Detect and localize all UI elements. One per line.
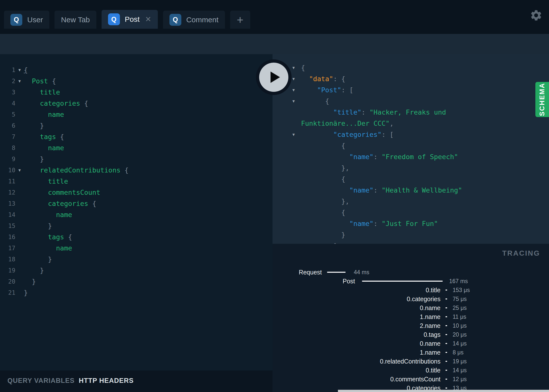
trace-row: Post167 ms	[277, 277, 545, 286]
line-number: 1	[0, 67, 15, 74]
editor-code: tags {	[24, 133, 64, 141]
response-code: {	[301, 209, 345, 216]
trace-duration-bar	[445, 343, 447, 344]
tab-bar: QUserNew TabQPost✕QComment+	[0, 0, 549, 34]
trace-row: 2.name10 μs	[277, 321, 545, 330]
tab-http-headers[interactable]: HTTP HEADERS	[79, 377, 134, 385]
trace-row: 0.commentsCount12 μs	[277, 375, 545, 384]
editor-line: 7 tags {	[0, 131, 129, 142]
trace-row: 0.title153 μs	[277, 286, 545, 294]
close-tab-icon[interactable]: ✕	[145, 16, 151, 23]
trace-label: 0.categories	[277, 295, 440, 303]
response-code: {	[301, 64, 305, 72]
query-editor[interactable]: 1▾{2▾ Post {3 title4 categories {5 name6…	[0, 54, 273, 370]
fold-arrow-icon[interactable]: ▾	[15, 167, 24, 173]
response-line: {	[273, 207, 462, 218]
settings-gear-icon[interactable]	[530, 9, 543, 22]
response-line: },	[273, 196, 462, 207]
line-number: 2	[0, 78, 15, 85]
response-code: "name": "Freedom of Speech"	[301, 153, 458, 161]
fold-arrow-icon[interactable]: ▾	[15, 78, 24, 84]
line-number: 18	[0, 256, 15, 263]
editor-line: 21}	[0, 287, 129, 298]
execute-query-button[interactable]	[256, 59, 292, 95]
editor-code: }	[24, 122, 44, 129]
response-code: },	[301, 197, 349, 205]
response-line: {	[273, 140, 462, 151]
tabs-container: QUserNew TabQPost✕QComment+	[4, 10, 250, 29]
response-line: ]	[273, 240, 462, 244]
fold-arrow-icon[interactable]: ▾	[273, 132, 301, 137]
editor-line: 13 categories {	[0, 198, 129, 209]
editor-code: name	[24, 244, 72, 252]
editor-code: name	[24, 111, 64, 118]
tab-user[interactable]: QUser	[4, 11, 49, 29]
response-line: "name": "Freedom of Speech"	[273, 151, 462, 162]
response-code: "Post": [	[301, 86, 353, 94]
trace-label: 1.name	[277, 349, 440, 356]
editor-line: 2▾ Post {	[0, 75, 129, 87]
editor-line: 1▾{	[0, 64, 129, 75]
editor-line: 9 }	[0, 153, 129, 165]
editor-code: name	[24, 144, 64, 152]
editor-code: relatedContributions {	[24, 166, 129, 174]
editor-code: }	[24, 289, 28, 296]
query-editor-lines: 1▾{2▾ Post {3 title4 categories {5 name6…	[0, 64, 129, 298]
tab-query-variables[interactable]: QUERY VARIABLES	[7, 377, 75, 385]
trace-duration: 20 μs	[453, 331, 467, 338]
trace-label: 1.name	[277, 313, 440, 320]
trace-row: 0.categories75 μs	[277, 294, 545, 303]
line-number: 9	[0, 156, 15, 163]
editor-line: 4 categories {	[0, 98, 129, 109]
response-line: ▾ "data": {	[273, 73, 462, 84]
query-type-badge: Q	[10, 14, 22, 26]
response-line: "title": "Hacker, Freaks und	[273, 107, 462, 118]
editor-line: 3 title	[0, 87, 129, 98]
trace-label: 0.name	[277, 340, 440, 347]
new-tab-button[interactable]: +	[230, 11, 250, 29]
toolbar: PRETTIFY HISTORY COPY CURL SHARE PLAYGRO…	[0, 34, 549, 54]
trace-label: 0.title	[277, 287, 440, 294]
trace-duration-bar	[445, 334, 447, 335]
response-line: "name": "Health & Wellbeing"	[273, 185, 462, 196]
tab-new-tab[interactable]: New Tab	[55, 11, 96, 29]
editor-line: 10▾ relatedContributions {	[0, 165, 129, 176]
response-code: "name": "Health & Wellbeing"	[301, 186, 462, 194]
trace-row: 0.title14 μs	[277, 366, 545, 375]
response-line: }	[273, 229, 462, 240]
fold-arrow-icon[interactable]: ▾	[273, 98, 301, 104]
response-code: ]	[301, 242, 337, 244]
tracing-panel: TRACING Request44 msPost167 ms0.title153…	[273, 244, 549, 392]
editor-code: {	[24, 66, 28, 74]
trace-duration-bar	[445, 352, 447, 353]
trace-duration-bar	[327, 272, 346, 273]
response-code: "data": {	[301, 75, 345, 83]
query-type-badge: Q	[169, 14, 181, 26]
response-code: Funktionäre...Der CCC",	[301, 120, 394, 127]
schema-side-tab[interactable]: SCHEMA	[535, 82, 549, 117]
tab-label: User	[27, 16, 43, 24]
line-number: 13	[0, 200, 15, 207]
response-code: {	[301, 142, 345, 149]
response-code: "title": "Hacker, Freaks und	[301, 108, 446, 116]
editor-code: }	[24, 222, 52, 230]
response-line: ▾ "Post": [	[273, 84, 462, 96]
tab-comment[interactable]: QComment	[163, 11, 225, 29]
editor-line: 16 tags {	[0, 231, 129, 243]
trace-label: 2.name	[277, 322, 440, 329]
trace-duration-bar	[362, 281, 443, 282]
editor-code: Post {	[24, 77, 56, 85]
editor-code: title	[24, 88, 60, 96]
line-number: 4	[0, 100, 15, 107]
editor-code: }	[24, 155, 44, 163]
trace-duration: 10 μs	[453, 322, 467, 329]
tracing-rows: Request44 msPost167 ms0.title153 μs0.cat…	[277, 268, 545, 392]
tab-label: Comment	[186, 16, 219, 24]
line-number: 6	[0, 122, 15, 129]
trace-label: 0.commentsCount	[277, 376, 440, 383]
fold-arrow-icon[interactable]: ▾	[15, 67, 24, 73]
line-number: 12	[0, 189, 15, 196]
line-number: 15	[0, 222, 15, 229]
horizontal-scrollbar[interactable]	[338, 390, 549, 392]
tab-post[interactable]: QPost✕	[102, 10, 158, 29]
